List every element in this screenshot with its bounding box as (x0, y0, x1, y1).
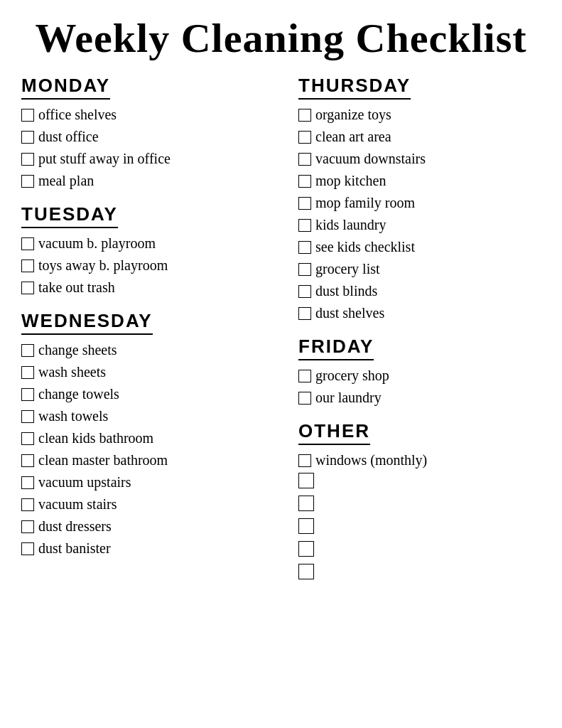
item-label: wash sheets (38, 363, 106, 382)
checkbox[interactable] (21, 542, 34, 555)
item-label: dust dressers (38, 517, 112, 536)
list-item: see kids checklist (298, 237, 541, 257)
list-item: dust office (21, 127, 291, 146)
checkbox[interactable] (21, 410, 34, 423)
checkbox[interactable] (21, 175, 34, 188)
list-item: our laundry (298, 388, 541, 407)
day-heading: TUESDAY (21, 203, 118, 228)
list-item: clean kids bathroom (21, 429, 291, 448)
item-label: put stuff away in office (38, 149, 171, 168)
checkbox[interactable] (298, 263, 311, 276)
item-label: our laundry (315, 388, 382, 407)
item-label: vacuum downstairs (315, 149, 426, 168)
list-item: vacuum b. playroom (21, 234, 291, 253)
checkbox[interactable] (298, 392, 311, 405)
day-section-wednesday: WEDNESDAYchange sheetswash sheetschange … (21, 310, 291, 558)
item-label: dust banister (38, 539, 111, 558)
list-item: clean master bathroom (21, 451, 291, 470)
checkbox[interactable] (21, 282, 34, 294)
checklist: organize toysclean art areavacuum downst… (298, 105, 541, 323)
item-label: kids laundry (315, 215, 386, 235)
day-section-other: OTHERwindows (monthly) (298, 420, 541, 579)
checkbox[interactable] (21, 476, 34, 489)
day-heading: FRIDAY (298, 336, 374, 360)
checklist: grocery shopour laundry (298, 366, 541, 407)
list-item: change towels (21, 385, 291, 404)
list-item: put stuff away in office (21, 149, 291, 168)
checkbox[interactable] (298, 541, 314, 557)
day-section-friday: FRIDAYgrocery shopour laundry (298, 336, 541, 407)
list-item: dust blinds (298, 282, 541, 301)
checkbox[interactable] (298, 496, 314, 511)
checkbox[interactable] (21, 366, 34, 379)
day-heading: OTHER (298, 420, 370, 445)
item-label: mop kitchen (315, 171, 386, 191)
checkbox[interactable] (21, 454, 34, 467)
checkbox[interactable] (298, 285, 311, 298)
list-item: organize toys (298, 105, 541, 124)
item-label: vacuum upstairs (38, 473, 131, 492)
checkbox[interactable] (298, 564, 314, 579)
item-label: dust blinds (315, 282, 377, 301)
list-item: vacuum stairs (21, 495, 291, 514)
checkbox[interactable] (21, 237, 34, 250)
checkbox[interactable] (298, 307, 311, 320)
item-label: vacuum b. playroom (38, 234, 156, 253)
list-item: grocery list (298, 259, 541, 279)
checkbox[interactable] (21, 131, 34, 144)
item-label: mop family room (315, 193, 415, 213)
item-label: grocery shop (315, 366, 389, 385)
list-item: wash towels (21, 407, 291, 426)
checkbox[interactable] (298, 241, 311, 254)
checkbox[interactable] (298, 109, 311, 122)
item-label: change sheets (38, 341, 117, 360)
list-item: windows (monthly) (298, 451, 541, 470)
day-heading: MONDAY (21, 75, 110, 100)
left-column: MONDAYoffice shelvesdust officeput stuff… (21, 75, 291, 571)
right-column: THURSDAYorganize toysclean art areavacuu… (298, 75, 541, 592)
checkbox[interactable] (298, 197, 311, 210)
checkbox[interactable] (298, 370, 311, 382)
item-label: clean master bathroom (38, 451, 168, 470)
checkbox[interactable] (298, 473, 314, 488)
checkbox[interactable] (21, 498, 34, 511)
checkbox[interactable] (298, 175, 311, 188)
checkbox[interactable] (298, 518, 314, 534)
item-label: clean art area (315, 127, 391, 146)
checklist: office shelvesdust officeput stuff away … (21, 105, 291, 191)
checkbox[interactable] (298, 219, 311, 232)
checkbox[interactable] (21, 344, 34, 357)
list-item: dust dressers (21, 517, 291, 536)
day-section-thursday: THURSDAYorganize toysclean art areavacuu… (298, 75, 541, 323)
checkbox[interactable] (298, 454, 311, 467)
list-item: vacuum downstairs (298, 149, 541, 168)
item-label: vacuum stairs (38, 495, 117, 514)
blank-item (298, 541, 541, 557)
checkbox[interactable] (21, 432, 34, 445)
checkbox[interactable] (21, 153, 34, 166)
item-label: clean kids bathroom (38, 429, 153, 448)
item-label: wash towels (38, 407, 108, 426)
item-label: dust shelves (315, 304, 384, 323)
checkbox[interactable] (21, 388, 34, 401)
checklist: windows (monthly) (298, 451, 541, 579)
item-label: organize toys (315, 105, 391, 124)
blank-item (298, 496, 541, 511)
list-item: take out trash (21, 278, 291, 297)
item-label: change towels (38, 385, 119, 404)
item-label: meal plan (38, 171, 94, 191)
checkbox[interactable] (298, 153, 311, 166)
list-item: office shelves (21, 105, 291, 124)
list-item: wash sheets (21, 363, 291, 382)
list-item: toys away b. playroom (21, 256, 291, 275)
checkbox[interactable] (298, 131, 311, 144)
item-label: see kids checklist (315, 237, 415, 257)
checkbox[interactable] (21, 259, 34, 272)
list-item: meal plan (21, 171, 291, 191)
list-item: kids laundry (298, 215, 541, 235)
checkbox[interactable] (21, 109, 34, 122)
blank-item (298, 518, 541, 534)
page-title: Weekly Cleaning Checklist (21, 14, 541, 62)
checkbox[interactable] (21, 520, 34, 533)
day-heading: WEDNESDAY (21, 310, 153, 335)
